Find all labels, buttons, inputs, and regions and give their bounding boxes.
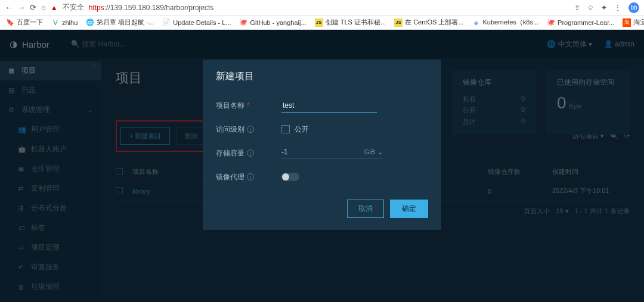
bookmark-icon: V xyxy=(51,18,60,27)
js-icon: JS xyxy=(394,18,402,27)
bookmark-item[interactable]: JS创建 TLS 证书和秘... xyxy=(315,18,386,27)
bookmark-item[interactable]: 🔖百度一下 xyxy=(6,18,43,27)
new-project-modal: 新建项目 项目名称 * 访问级别 i 公开 存储容量 i GiB ⌄ xyxy=(203,60,441,230)
back-icon[interactable]: ← xyxy=(5,3,13,12)
bookmark-item[interactable]: Vzhihu xyxy=(51,18,78,27)
extensions-icon[interactable]: ✦ xyxy=(601,4,607,12)
browser-toolbar: ← → ⟳ ⌂ ▲ 不安全 https://139.159.180.189/ha… xyxy=(0,0,644,15)
bookmarks-bar: 🔖百度一下 Vzhihu 🌐第四章 项目起航 -... 📄Update Deta… xyxy=(0,15,644,30)
bookmark-item[interactable]: ⎈Kubernetes（k8s... xyxy=(472,18,539,27)
taobao-icon: 淘 xyxy=(623,18,631,27)
bookmark-item[interactable]: 🌐第四章 项目起航 -... xyxy=(86,18,154,27)
project-name-label: 项目名称 xyxy=(216,101,244,111)
profile-avatar[interactable]: bb xyxy=(628,2,639,13)
cancel-button[interactable]: 取消 xyxy=(347,200,384,218)
modal-title: 新建项目 xyxy=(203,60,441,88)
bookmark-icon: 🔖 xyxy=(6,18,14,27)
bookmark-item[interactable]: 🐙Programmer-Lear... xyxy=(547,18,614,27)
menu-icon[interactable]: ⋮ xyxy=(614,4,621,12)
bookmark-item[interactable]: JS在 CentOS 上部署... xyxy=(394,18,463,27)
bookmark-item[interactable]: 📄Update Details - L... xyxy=(162,18,231,27)
github-icon: 🐙 xyxy=(239,18,247,27)
url-path: ://139.159.180.189/harbor/projects xyxy=(104,4,213,12)
kubernetes-icon: ⎈ xyxy=(472,18,481,27)
js-icon: JS xyxy=(315,18,323,27)
info-icon[interactable]: i xyxy=(247,173,254,180)
access-level-label: 访问级别 xyxy=(216,124,244,135)
url-scheme: https xyxy=(89,4,104,12)
required-icon: * xyxy=(247,101,250,110)
insecure-label: 不安全 xyxy=(63,2,84,13)
storage-quota-label: 存储容量 xyxy=(216,148,244,158)
project-name-input[interactable] xyxy=(281,99,377,113)
bookmark-icon: 📄 xyxy=(162,18,171,27)
bookmark-item[interactable]: 淘淘宝网 - 淘！我喜欢 xyxy=(623,18,644,27)
harbor-app: ◑ Harbor 🔍 搜索 Harbor... 🌐 中文简体 ▾ 👤 admin… xyxy=(0,30,644,302)
reload-icon[interactable]: ⟳ xyxy=(30,3,36,12)
share-icon[interactable]: ⇪ xyxy=(574,4,580,12)
forward-icon[interactable]: → xyxy=(17,3,25,12)
public-label: 公开 xyxy=(295,124,309,135)
proxy-toggle[interactable] xyxy=(281,173,299,181)
address-bar[interactable]: https://139.159.180.189/harbor/projects xyxy=(89,4,213,12)
confirm-button[interactable]: 确定 xyxy=(390,200,428,218)
info-icon[interactable]: i xyxy=(247,126,254,133)
bookmark-item[interactable]: 🐙GitHub - yanghaij... xyxy=(239,18,306,27)
home-icon[interactable]: ⌂ xyxy=(41,3,46,12)
bookmark-icon: 🌐 xyxy=(86,18,94,27)
storage-unit-select[interactable]: GiB ⌄ xyxy=(364,148,383,156)
github-icon: 🐙 xyxy=(547,18,555,27)
info-icon[interactable]: i xyxy=(247,150,254,157)
image-proxy-label: 镜像代理 xyxy=(216,172,244,182)
insecure-warning-icon: ▲ xyxy=(51,4,58,12)
modal-overlay[interactable]: 新建项目 项目名称 * 访问级别 i 公开 存储容量 i GiB ⌄ xyxy=(0,30,644,302)
public-checkbox[interactable] xyxy=(281,125,290,133)
favorite-icon[interactable]: ☆ xyxy=(587,4,594,12)
storage-quota-input[interactable] xyxy=(281,148,335,156)
